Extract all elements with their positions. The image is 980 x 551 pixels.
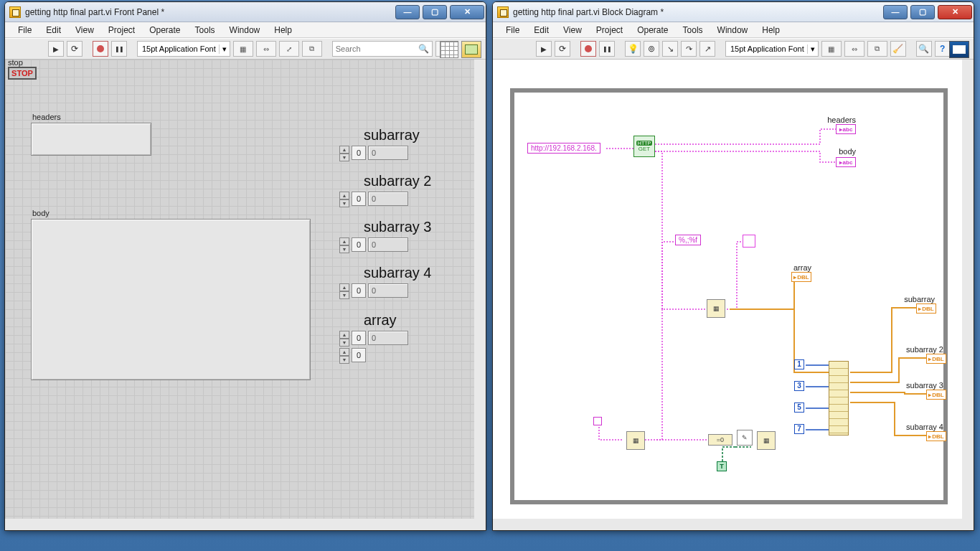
resize-objects-button[interactable]: ⤢	[279, 41, 299, 57]
menu-operate[interactable]: Operate	[630, 24, 675, 37]
align-objects-button[interactable]: ▦	[233, 41, 253, 57]
cleanup-diagram-button[interactable]	[890, 41, 906, 57]
subarray4-terminal[interactable]: DBL	[926, 431, 946, 441]
array-build-node[interactable]: ▦	[626, 431, 645, 450]
array-terminal[interactable]: DBL	[791, 272, 811, 282]
index-spinner[interactable]: ▲▼	[339, 283, 349, 298]
index-spinner[interactable]: ▲▼	[339, 348, 349, 362]
index-value[interactable]: 0	[352, 237, 366, 252]
int-const-1[interactable]: 1	[794, 359, 804, 369]
menu-tools[interactable]: Tools	[676, 24, 710, 37]
pause-button[interactable]	[111, 41, 127, 57]
font-selector[interactable]: 15pt Application Font ▾	[137, 41, 230, 57]
subarray3-control[interactable]: ▲▼ 0 0	[339, 237, 408, 252]
context-help-button[interactable]: ?	[935, 41, 951, 57]
run-button[interactable]	[536, 41, 552, 57]
menu-file[interactable]: File	[499, 24, 527, 37]
subarray4-control[interactable]: ▲▼ 0 0	[339, 283, 408, 298]
font-selector[interactable]: 15pt Application Font ▾	[725, 41, 819, 57]
front-panel-area[interactable]: stop STOP headers body subarray ▲▼ 0 0 s…	[5, 60, 486, 530]
format-string-constant[interactable]: %,;%f	[675, 235, 701, 245]
http-get-node[interactable]: HTTP GET	[633, 136, 655, 157]
distribute-objects-button[interactable]: ⇔	[844, 41, 864, 57]
true-constant[interactable]: T	[717, 461, 727, 471]
vertical-scrollbar[interactable]	[474, 60, 486, 530]
menu-edit[interactable]: Edit	[39, 24, 68, 37]
subarray3-terminal[interactable]: DBL	[926, 390, 946, 400]
vertical-scrollbar[interactable]	[962, 60, 974, 530]
index-value[interactable]: 0	[352, 348, 366, 362]
headers-indicator[interactable]	[31, 123, 151, 156]
menu-project[interactable]: Project	[101, 24, 142, 37]
distribute-objects-button[interactable]: ⇔	[256, 41, 276, 57]
close-button[interactable]: ✕	[938, 5, 972, 19]
array-control-row2[interactable]: ▲▼ 0	[339, 348, 366, 362]
highlight-execution-button[interactable]	[625, 41, 641, 57]
int-const-3[interactable]: 3	[794, 381, 804, 391]
int-const-5[interactable]: 5	[794, 402, 804, 413]
reorder-button[interactable]: ⧉	[302, 41, 322, 57]
search-box[interactable]: 🔍	[332, 41, 433, 57]
empty-string-constant[interactable]	[593, 417, 602, 425]
string-function-node[interactable]	[743, 235, 755, 248]
search-input[interactable]	[336, 44, 429, 53]
block-diagram-area[interactable]: http://192.168.2.168. HTTP GET headers a…	[493, 60, 974, 530]
vi-icon[interactable]	[461, 41, 481, 58]
index-value[interactable]: 0	[352, 331, 366, 345]
menu-tools[interactable]: Tools	[188, 24, 222, 37]
array-node-2[interactable]: ▦	[757, 431, 776, 450]
align-objects-button[interactable]: ▦	[821, 41, 842, 57]
index-array-node[interactable]	[829, 361, 849, 435]
run-continuously-button[interactable]	[67, 41, 83, 57]
select-node[interactable]: ✎	[737, 430, 753, 446]
front-panel-titlebar[interactable]: getting http final part.vi Front Panel *…	[5, 2, 486, 22]
menu-operate[interactable]: Operate	[142, 24, 187, 37]
minimize-button[interactable]: —	[883, 5, 908, 19]
menu-window[interactable]: Window	[710, 24, 755, 37]
abort-button[interactable]	[93, 41, 108, 57]
retain-wire-values-button[interactable]	[644, 41, 659, 57]
subarray-terminal[interactable]: DBL	[916, 303, 936, 314]
run-button[interactable]	[48, 41, 64, 57]
pause-button[interactable]	[599, 41, 615, 57]
array-control-row1[interactable]: ▲▼ 0 0	[339, 331, 408, 345]
index-value[interactable]: 0	[352, 283, 366, 298]
menu-help[interactable]: Help	[755, 24, 787, 37]
minimize-button[interactable]: —	[395, 5, 420, 19]
subarray-control[interactable]: ▲▼ 0 0	[339, 146, 408, 160]
index-spinner[interactable]: ▲▼	[339, 237, 349, 252]
menu-help[interactable]: Help	[267, 24, 299, 37]
menu-view[interactable]: View	[68, 24, 101, 37]
body-terminal[interactable]: abc	[836, 157, 856, 167]
step-into-button[interactable]	[662, 41, 678, 57]
menu-file[interactable]: File	[11, 24, 39, 37]
menu-project[interactable]: Project	[589, 24, 630, 37]
reorder-button[interactable]: ⧉	[867, 41, 887, 57]
horizontal-scrollbar[interactable]	[5, 519, 486, 530]
scan-from-string-node[interactable]: ▦	[707, 299, 725, 318]
int-const-7[interactable]: 7	[794, 424, 804, 434]
url-string-constant[interactable]: http://192.168.2.168.	[527, 143, 600, 154]
index-spinner[interactable]: ▲▼	[339, 331, 349, 345]
index-value[interactable]: 0	[352, 192, 366, 206]
search-button[interactable]: 🔍	[916, 41, 932, 57]
step-out-button[interactable]	[699, 41, 715, 57]
compare-node[interactable]: =0	[708, 434, 732, 446]
body-indicator[interactable]	[31, 219, 311, 380]
index-value[interactable]: 0	[352, 146, 366, 160]
horizontal-scrollbar[interactable]	[493, 519, 974, 530]
menu-view[interactable]: View	[556, 24, 589, 37]
subarray2-control[interactable]: ▲▼ 0 0	[339, 192, 408, 206]
stop-button[interactable]: STOP	[8, 67, 37, 80]
menu-window[interactable]: Window	[222, 24, 268, 37]
headers-terminal[interactable]: abc	[836, 124, 856, 134]
abort-button[interactable]	[580, 41, 596, 57]
maximize-button[interactable]: ▢	[910, 5, 935, 19]
close-button[interactable]: ✕	[450, 5, 484, 19]
maximize-button[interactable]: ▢	[423, 5, 447, 19]
vi-icon[interactable]	[949, 41, 969, 58]
step-over-button[interactable]	[681, 41, 697, 57]
index-spinner[interactable]: ▲▼	[339, 146, 349, 160]
connector-pane-icon[interactable]	[440, 41, 458, 58]
run-continuously-button[interactable]	[555, 41, 570, 57]
